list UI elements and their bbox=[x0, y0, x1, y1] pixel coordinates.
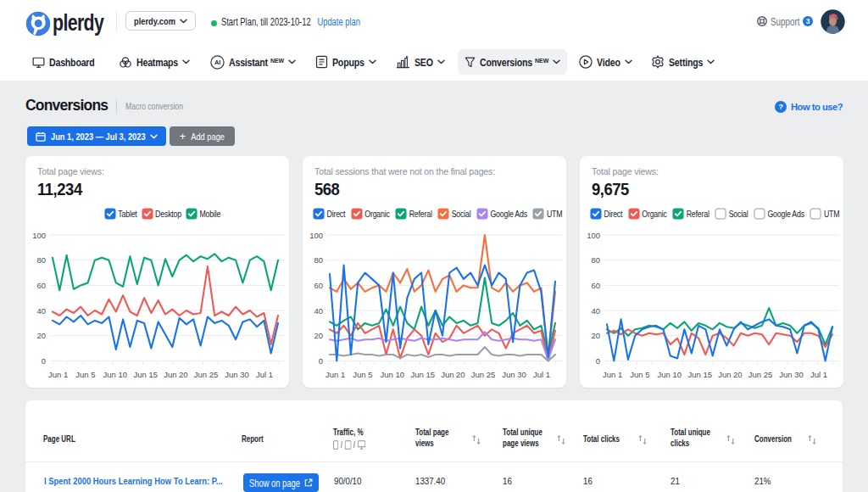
svg-text:Jun 5: Jun 5 bbox=[353, 370, 372, 379]
svg-text:Jun 30: Jun 30 bbox=[502, 370, 526, 379]
svg-text:?: ? bbox=[778, 102, 783, 111]
svg-text:Jul 1: Jul 1 bbox=[533, 370, 550, 379]
svg-text:Jun 15: Jun 15 bbox=[133, 370, 158, 379]
svg-text:20: 20 bbox=[314, 331, 323, 340]
svg-text:Jun 20: Jun 20 bbox=[441, 370, 465, 379]
svg-text:Jun 1: Jun 1 bbox=[48, 370, 68, 379]
svg-text:Jun 10: Jun 10 bbox=[657, 370, 682, 379]
svg-text:Jul 1: Jul 1 bbox=[256, 370, 273, 379]
svg-text:AI: AI bbox=[214, 59, 220, 66]
svg-text:Jun 25: Jun 25 bbox=[471, 370, 496, 379]
svg-text:0: 0 bbox=[319, 356, 323, 366]
svg-text:Jun 5: Jun 5 bbox=[630, 370, 649, 379]
svg-text:40: 40 bbox=[314, 306, 323, 316]
svg-text:Jun 20: Jun 20 bbox=[164, 370, 188, 379]
svg-text:0: 0 bbox=[42, 356, 46, 366]
svg-text:60: 60 bbox=[314, 281, 323, 290]
svg-text:20: 20 bbox=[36, 331, 46, 340]
svg-text:20: 20 bbox=[591, 331, 600, 340]
svg-text:80: 80 bbox=[591, 255, 600, 265]
svg-text:Jun 5: Jun 5 bbox=[75, 370, 95, 379]
svg-text:0: 0 bbox=[596, 356, 600, 366]
svg-text:Jun 15: Jun 15 bbox=[410, 370, 435, 379]
svg-text:60: 60 bbox=[591, 281, 600, 290]
svg-text:80: 80 bbox=[36, 255, 46, 265]
svg-text:Jun 10: Jun 10 bbox=[103, 370, 127, 379]
svg-text:Jun 30: Jun 30 bbox=[779, 370, 804, 379]
svg-text:Jul 1: Jul 1 bbox=[810, 370, 827, 379]
svg-text:Jun 25: Jun 25 bbox=[748, 370, 773, 379]
svg-text:100: 100 bbox=[587, 231, 600, 240]
svg-text:Jun 1: Jun 1 bbox=[603, 370, 622, 379]
svg-text:60: 60 bbox=[36, 281, 46, 290]
svg-text:Jun 20: Jun 20 bbox=[718, 370, 743, 379]
svg-text:80: 80 bbox=[314, 255, 323, 265]
svg-text:40: 40 bbox=[591, 306, 600, 316]
svg-text:Jun 25: Jun 25 bbox=[194, 370, 219, 379]
svg-text:Jun 1: Jun 1 bbox=[326, 370, 345, 379]
svg-text:100: 100 bbox=[32, 231, 46, 240]
svg-text:100: 100 bbox=[309, 231, 323, 240]
svg-text:Jun 15: Jun 15 bbox=[687, 370, 712, 379]
svg-text:Jun 30: Jun 30 bbox=[225, 370, 249, 379]
svg-text:40: 40 bbox=[36, 306, 46, 316]
svg-text:Jun 10: Jun 10 bbox=[380, 370, 404, 379]
